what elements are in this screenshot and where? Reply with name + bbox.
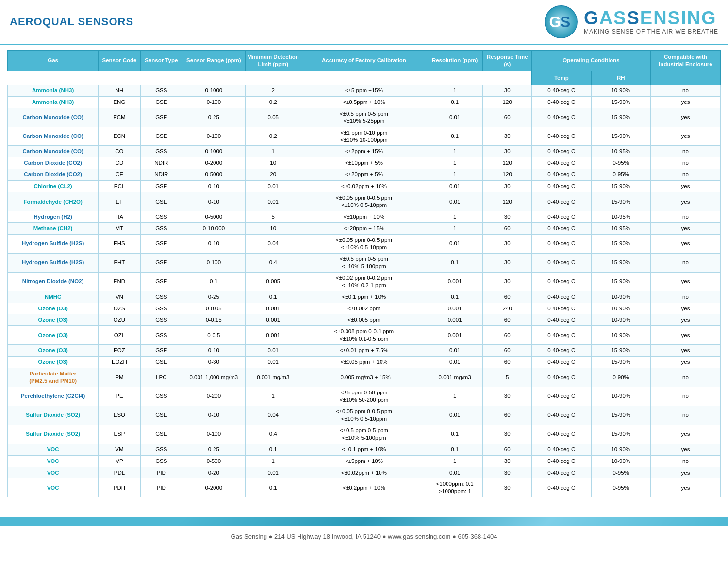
cell-rh: 0-90%	[591, 368, 650, 387]
cell-range: 0-0.5	[182, 326, 246, 345]
cell-temp: 0-40·deg C	[532, 96, 591, 108]
cell-type: GSE	[140, 425, 182, 444]
cell-range: 0-0.05	[182, 303, 246, 314]
cell-resolution: 1	[427, 387, 483, 406]
cell-response: 60	[483, 291, 532, 303]
table-row: Perchloethylene (C2Cl4)PEGSS0-2001<±5 pp…	[8, 387, 721, 406]
cell-temp: 0-40·deg C	[532, 192, 591, 211]
cell-type: GSE	[140, 108, 182, 127]
cell-min-det: 10	[245, 157, 301, 169]
cell-compatible: no	[650, 387, 720, 406]
cell-accuracy: <±0.05 ppm 0-0.5 ppm <±10% 0.5-10ppm	[301, 192, 427, 211]
cell-temp: 0-40·deg C	[532, 108, 591, 127]
cell-accuracy: <±0.05 ppm 0-0.5 ppm <±10% 0.5-10ppm	[301, 406, 427, 425]
cell-gas: Carbon Dioxide (CO2)	[8, 169, 99, 181]
cell-temp: 0-40·deg C	[532, 444, 591, 455]
cell-temp: 0-40·deg C	[532, 181, 591, 192]
cell-compatible: yes	[650, 425, 720, 444]
cell-resolution: 0.1	[427, 291, 483, 303]
table-row: Ozone (O3)EOZHGSE0-300.01<±0.05 ppm + 10…	[8, 357, 721, 368]
table-row: Carbon Monoxide (CO)ECNGSE0-1000.2<±1 pp…	[8, 127, 721, 146]
cell-min-det: 0.05	[245, 108, 301, 127]
cell-rh: 10-95%	[591, 211, 650, 223]
table-row: Methane (CH2)MTGSS0-10,00010<±20ppm + 15…	[8, 223, 721, 235]
cell-compatible: no	[650, 291, 720, 303]
cell-type: GSS	[140, 211, 182, 223]
cell-resolution: 0.001	[427, 303, 483, 314]
cell-range: 0-1000	[182, 85, 246, 96]
cell-resolution: 0.001	[427, 314, 483, 326]
cell-range: 0-5000	[182, 211, 246, 223]
cell-gas: Methane (CH2)	[8, 223, 99, 235]
col-sensor-code: Sensor Code	[99, 51, 140, 71]
col-gas: Gas	[8, 51, 99, 71]
col-temp-sub: Temp	[532, 71, 591, 85]
cell-response: 120	[483, 96, 532, 108]
cell-response: 5	[483, 368, 532, 387]
cell-range: 0-25	[182, 444, 246, 455]
cell-range: 0-10	[182, 234, 246, 253]
col-rh-sub: RH	[591, 71, 650, 85]
cell-temp: 0-40·deg C	[532, 478, 591, 497]
cell-accuracy: <±0.5ppm + 10%	[301, 96, 427, 108]
cell-min-det: 0.1	[245, 478, 301, 497]
cell-accuracy: <±5 ppm +15%	[301, 85, 427, 96]
cell-compatible: yes	[650, 181, 720, 192]
cell-compatible: yes	[650, 444, 720, 455]
cell-compatible: yes	[650, 314, 720, 326]
cell-gas: Ammonia (NH3)	[8, 85, 99, 96]
cell-min-det: 2	[245, 85, 301, 96]
cell-gas: NMHC	[8, 291, 99, 303]
cell-compatible: yes	[650, 326, 720, 345]
cell-gas: Chlorine (CL2)	[8, 181, 99, 192]
cell-compatible: no	[650, 406, 720, 425]
col-response-time: Response Time (s)	[483, 51, 532, 71]
cell-range: 0-1	[182, 272, 246, 291]
table-row: Carbon Dioxide (CO2)CDNDIR0-200010<±10pp…	[8, 157, 721, 169]
table-row: Ozone (O3)OZSGSS0-0.050.001<±0.002 ppm0.…	[8, 303, 721, 314]
cell-temp: 0-40·deg C	[532, 253, 591, 272]
table-row: NMHCVNGSS0-250.1<±0.1 ppm + 10%0.1600-40…	[8, 291, 721, 303]
cell-rh: 10-90%	[591, 387, 650, 406]
cell-gas: Perchloethylene (C2Cl4)	[8, 387, 99, 406]
cell-accuracy: <±0.1 ppm + 10%	[301, 444, 427, 455]
col-compatible: Compatible with Industrial Enclosure	[650, 51, 720, 71]
cell-rh: 15-90%	[591, 96, 650, 108]
svg-text:G: G	[549, 13, 562, 31]
cell-min-det: 0.001	[245, 314, 301, 326]
cell-gas: Ozone (O3)	[8, 314, 99, 326]
cell-temp: 0-40·deg C	[532, 425, 591, 444]
cell-compatible: no	[650, 455, 720, 467]
cell-accuracy: <±0.005 ppm	[301, 314, 427, 326]
cell-response: 30	[483, 272, 532, 291]
cell-accuracy: <±1 ppm 0-10 ppm <±10% 10-100ppm	[301, 127, 427, 146]
cell-gas: VOC	[8, 478, 99, 497]
cell-accuracy: <±20ppm + 15%	[301, 223, 427, 235]
cell-resolution: 0.01	[427, 234, 483, 253]
cell-accuracy: <±0.5 ppm 0-5 ppm <±10% 5-100ppm	[301, 425, 427, 444]
aeroqual-title: AEROQUAL SENSORS	[10, 16, 544, 28]
cell-rh: 15-90%	[591, 345, 650, 357]
cell-temp: 0-40·deg C	[532, 146, 591, 157]
cell-code: END	[99, 272, 140, 291]
table-row: Sulfur Dioxide (SO2)ESPGSE0-1000.4<±0.5 …	[8, 425, 721, 444]
cell-type: NDIR	[140, 157, 182, 169]
table-row: Nitrogen Dioxide (NO2)ENDGSE0-10.005<±0.…	[8, 272, 721, 291]
cell-temp: 0-40·deg C	[532, 326, 591, 345]
cell-compatible: yes	[650, 192, 720, 211]
cell-response: 60	[483, 108, 532, 127]
cell-gas: Hydrogen Sulfide (H2S)	[8, 253, 99, 272]
cell-type: GSS	[140, 444, 182, 455]
cell-min-det: 1	[245, 146, 301, 157]
cell-resolution: 0.01	[427, 406, 483, 425]
table-header-row: Gas Sensor Code Sensor Type Sensor Range…	[8, 51, 721, 71]
cell-temp: 0-40·deg C	[532, 291, 591, 303]
footer-text: Gas Sensing ● 214 US Highway 18 Inwood, …	[0, 526, 728, 547]
cell-rh: 15-90%	[591, 272, 650, 291]
cell-resolution: 1	[427, 85, 483, 96]
cell-type: GSS	[140, 291, 182, 303]
cell-rh: 10-90%	[591, 291, 650, 303]
cell-compatible: yes	[650, 467, 720, 478]
cell-temp: 0-40·deg C	[532, 169, 591, 181]
cell-resolution: 1	[427, 223, 483, 235]
